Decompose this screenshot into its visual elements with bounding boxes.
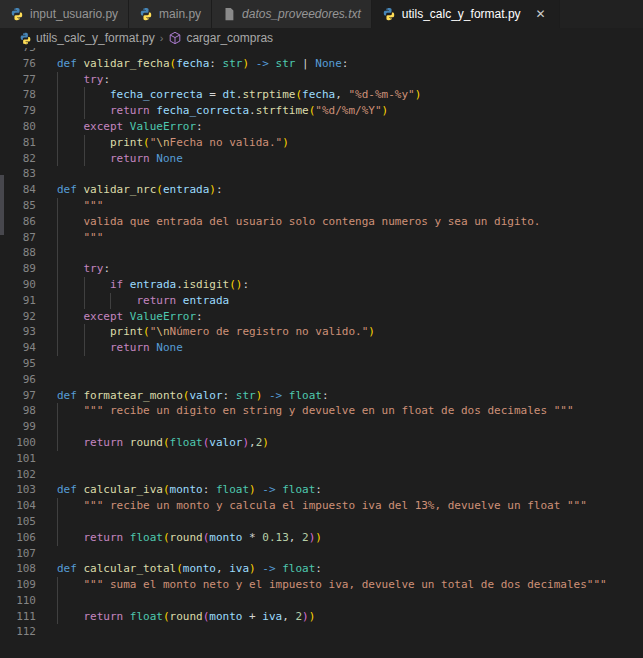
code-line[interactable]: 75: [0, 48, 643, 56]
code-line[interactable]: 99: [0, 419, 643, 435]
code-line[interactable]: 101: [0, 451, 643, 467]
line-number: 96: [0, 372, 36, 388]
code-text: return None: [57, 151, 183, 167]
line-number: 87: [0, 230, 36, 246]
code-line[interactable]: 105: [0, 514, 643, 530]
code-line[interactable]: 106 return float(round(monto * 0.13, 2)): [0, 530, 643, 546]
line-number: 103: [0, 482, 36, 498]
code-text: def validar_fecha(fecha: str) -> str | N…: [57, 56, 348, 72]
code-text: def calcular_total(monto, iva) -> float:: [57, 561, 322, 577]
breadcrumb-file[interactable]: utils_calc_y_format.py: [36, 31, 155, 45]
code-line[interactable]: 91 return entrada: [0, 293, 643, 309]
chevron-right-icon: ›: [159, 32, 165, 44]
code-text: """: [57, 230, 103, 246]
tab-label: main.py: [159, 7, 201, 21]
code-line[interactable]: 107: [0, 546, 643, 562]
tab-main[interactable]: main.py: [129, 0, 212, 28]
line-number: 94: [0, 340, 36, 356]
text-file-icon: [222, 7, 236, 21]
editor-tab-bar: input_usuario.py main.py datos_proveedor…: [0, 0, 643, 28]
code-line[interactable]: 90 if entrada.isdigit():: [0, 277, 643, 293]
code-line[interactable]: 87 """: [0, 230, 643, 246]
tab-label: datos_proveedores.txt: [242, 7, 361, 21]
tab-datos-proveedores[interactable]: datos_proveedores.txt: [212, 0, 372, 28]
code-text: """: [57, 198, 103, 214]
code-text: return float(round(monto * 0.13, 2)): [57, 530, 322, 546]
line-number: 101: [0, 451, 36, 467]
code-text: def validar_nrc(entrada):: [57, 182, 223, 198]
code-line[interactable]: 80 except ValueError:: [0, 119, 643, 135]
line-number: 105: [0, 514, 36, 530]
code-text: """ recibe un monto y calcula el impuest…: [57, 498, 587, 514]
code-line[interactable]: 81 print("\nFecha no valida."): [0, 135, 643, 151]
code-line[interactable]: 109 """ suma el monto neto y el impuesto…: [0, 577, 643, 593]
code-text: try:: [57, 261, 110, 277]
line-number: 92: [0, 309, 36, 325]
close-icon[interactable]: ✕: [533, 6, 549, 22]
code-line[interactable]: 96: [0, 372, 643, 388]
python-icon: [139, 7, 153, 21]
cropped-scrollbar-thumb[interactable]: [0, 175, 4, 235]
code-line[interactable]: 88: [0, 245, 643, 261]
line-number: 75: [0, 48, 36, 56]
code-line[interactable]: 111 return float(round(monto + iva, 2)): [0, 609, 643, 625]
code-text: except ValueError:: [57, 309, 203, 325]
indent-guide: [57, 245, 58, 261]
code-line[interactable]: 112: [0, 624, 643, 640]
code-line[interactable]: 92 except ValueError:: [0, 309, 643, 325]
code-text: return None: [57, 340, 183, 356]
code-text: return round(float(valor),2): [57, 435, 269, 451]
code-line[interactable]: 84def validar_nrc(entrada):: [0, 182, 643, 198]
tab-label: utils_calc_y_format.py: [402, 7, 521, 21]
code-line[interactable]: 86 valida que entrada del usuario solo c…: [0, 214, 643, 230]
code-text: if entrada.isdigit():: [57, 277, 249, 293]
code-line[interactable]: 78 fecha_correcta = dt.strptime(fecha, "…: [0, 87, 643, 103]
code-text: print("\nNúmero de registro no valido."): [57, 324, 375, 340]
code-line[interactable]: 82 return None: [0, 151, 643, 167]
code-line[interactable]: 77 try:: [0, 72, 643, 88]
code-line[interactable]: 83: [0, 166, 643, 182]
code-line[interactable]: 110: [0, 593, 643, 609]
tab-utils-calc-y-format[interactable]: utils_calc_y_format.py ✕: [372, 0, 560, 28]
code-line[interactable]: 76def validar_fecha(fecha: str) -> str |…: [0, 56, 643, 72]
code-line[interactable]: 79 return fecha_correcta.strftime("%d/%m…: [0, 103, 643, 119]
code-line[interactable]: 98 """ recibe un digito en string y devu…: [0, 403, 643, 419]
code-line[interactable]: 97def formatear_monto(valor: str) -> flo…: [0, 388, 643, 404]
code-text: fecha_correcta = dt.strptime(fecha, "%d-…: [57, 87, 421, 103]
line-number: 81: [0, 135, 36, 151]
code-line[interactable]: 108def calcular_total(monto, iva) -> flo…: [0, 561, 643, 577]
breadcrumb: utils_calc_y_format.py › cargar_compras: [0, 28, 643, 48]
code-line[interactable]: 95: [0, 356, 643, 372]
breadcrumb-symbol[interactable]: cargar_compras: [186, 31, 273, 45]
line-number: 83: [0, 166, 36, 182]
line-number: 89: [0, 261, 36, 277]
code-line[interactable]: 103def calcular_iva(monto: float) -> flo…: [0, 482, 643, 498]
code-line[interactable]: 104 """ recibe un monto y calcula el imp…: [0, 498, 643, 514]
code-line[interactable]: 85 """: [0, 198, 643, 214]
code-line[interactable]: 89 try:: [0, 261, 643, 277]
code-editor[interactable]: 7576def validar_fecha(fecha: str) -> str…: [0, 48, 643, 658]
line-number: 88: [0, 245, 36, 261]
tab-input-usuario[interactable]: input_usuario.py: [0, 0, 129, 28]
code-text: except ValueError:: [57, 119, 203, 135]
line-number: 91: [0, 293, 36, 309]
code-line[interactable]: 102: [0, 467, 643, 483]
code-text: """ recibe un digito en string y devuelv…: [57, 403, 574, 419]
code-text: return entrada: [57, 293, 229, 309]
line-number: 111: [0, 609, 36, 625]
line-number: 107: [0, 546, 36, 562]
code-line[interactable]: 100 return round(float(valor),2): [0, 435, 643, 451]
line-number: 86: [0, 214, 36, 230]
line-number: 110: [0, 593, 36, 609]
line-number: 98: [0, 403, 36, 419]
line-number: 84: [0, 182, 36, 198]
python-icon: [19, 32, 32, 45]
line-number: 104: [0, 498, 36, 514]
code-area: 7576def validar_fecha(fecha: str) -> str…: [0, 48, 643, 640]
code-text: try:: [57, 72, 110, 88]
code-line[interactable]: 94 return None: [0, 340, 643, 356]
line-number: 97: [0, 388, 36, 404]
python-icon: [382, 7, 396, 21]
code-line[interactable]: 93 print("\nNúmero de registro no valido…: [0, 324, 643, 340]
line-number: 78: [0, 87, 36, 103]
